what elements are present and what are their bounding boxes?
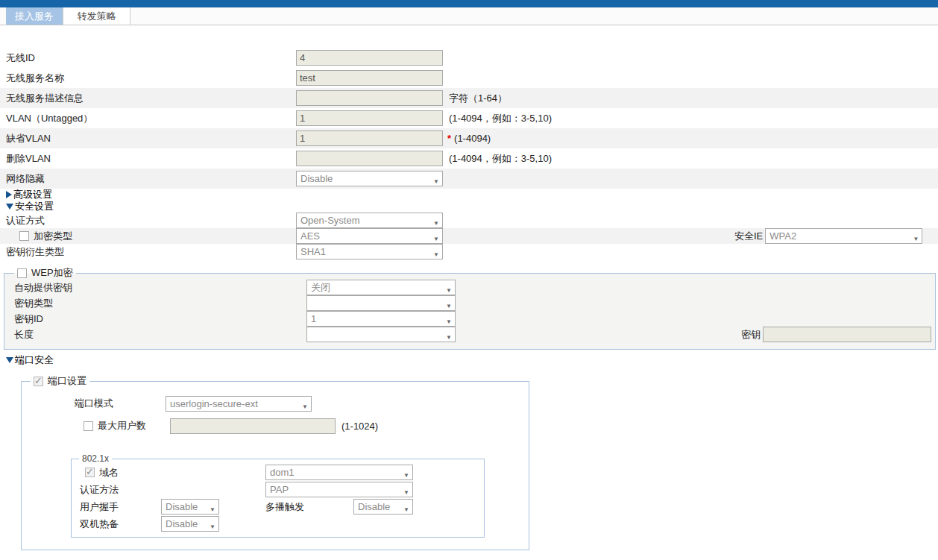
port-settings-fieldset: 端口设置 端口模式 userlogin-secure-ext 最大用户数 (1-… (21, 374, 529, 550)
cipher-type-checkbox[interactable] (19, 231, 29, 241)
default-vlan-input (296, 130, 443, 146)
domain-select[interactable]: dom1 (265, 465, 413, 480)
key-derivation-label: 密钥衍生类型 (6, 245, 296, 259)
row-auth-method: 认证方法 PAP (72, 481, 484, 498)
expanded-triangle-icon (6, 357, 13, 363)
row-key-type: 密钥类型 (4, 295, 935, 311)
service-name-input (296, 70, 443, 86)
tab-access-service[interactable]: 接入服务 (6, 7, 63, 25)
default-vlan-label: 缺省VLAN (6, 132, 296, 145)
row-port-mode: 端口模式 userlogin-secure-ext (22, 395, 529, 412)
section-port-security[interactable]: 端口安全 (0, 354, 938, 366)
auth-mode-label: 认证方式 (6, 214, 296, 227)
tab-label: 接入服务 (15, 10, 54, 22)
max-users-label: 最大用户数 (98, 419, 170, 432)
row-domain: 域名 dom1 (72, 464, 484, 481)
max-users-checkbox[interactable] (84, 421, 93, 431)
row-max-users: 最大用户数 (1-1024) (22, 418, 529, 434)
expanded-triangle-icon (6, 204, 13, 210)
handshake-value: Disable (166, 501, 198, 512)
auto-key-label: 自动提供密钥 (14, 281, 306, 295)
port-security-label: 端口安全 (15, 353, 54, 367)
section-advanced-settings[interactable]: 高级设置 (0, 189, 938, 201)
row-network-hide: 网络隐藏 Disable (0, 169, 938, 189)
wep-encryption-legend: WEP加密 (31, 266, 73, 280)
dual-backup-select[interactable]: Disable (161, 516, 219, 532)
dot1x-legend: 802.1x (82, 453, 109, 464)
row-handshake-multicast: 用户握手 Disable 多播触发 Disable (72, 498, 484, 515)
delete-vlan-label: 删除VLAN (6, 152, 296, 166)
key-length-label: 长度 (14, 328, 306, 342)
handshake-select[interactable]: Disable (161, 499, 219, 515)
key-type-select[interactable] (306, 295, 456, 311)
service-desc-hint: 字符（1-64） (449, 92, 507, 105)
domain-value: dom1 (270, 467, 295, 478)
port-mode-label: 端口模式 (75, 397, 166, 410)
row-auto-key: 自动提供密钥 关闭 (4, 280, 935, 295)
multicast-value: Disable (358, 501, 390, 512)
delete-vlan-hint: (1-4094，例如：3-5,10) (449, 152, 552, 166)
auth-method-value: PAP (270, 484, 289, 495)
top-blue-bar (0, 0, 938, 7)
row-service-desc: 无线服务描述信息 字符（1-64） (0, 88, 938, 108)
row-key-derivation: 密钥衍生类型 SHA1 (0, 244, 938, 259)
port-settings-checkbox (34, 377, 43, 386)
max-users-input (170, 418, 336, 434)
row-auth-mode: 认证方式 Open-System (0, 213, 938, 228)
key-id-value: 1 (311, 313, 316, 324)
section-security-settings[interactable]: 安全设置 (0, 201, 938, 213)
tab-forward-policy[interactable]: 转发策略 (63, 7, 130, 25)
key-id-select[interactable]: 1 (306, 311, 456, 327)
domain-label: 域名 (99, 466, 119, 479)
network-hide-value: Disable (300, 173, 333, 184)
row-key-length: 长度 密钥 (4, 327, 935, 342)
cipher-type-label: 加密类型 (34, 230, 72, 243)
auth-mode-select[interactable]: Open-System (296, 213, 443, 228)
key-derivation-select[interactable]: SHA1 (296, 244, 443, 259)
service-desc-input (296, 90, 443, 106)
max-users-hint: (1-1024) (341, 421, 378, 432)
security-ie-select[interactable]: WPA2 (765, 228, 922, 244)
row-service-name: 无线服务名称 (0, 68, 938, 88)
vlan-untagged-hint: (1-4094，例如：3-5,10) (449, 112, 552, 125)
network-hide-select[interactable]: Disable (296, 171, 443, 186)
form-content: 无线ID 无线服务名称 无线服务描述信息 字符（1-64） VLAN（Untag… (0, 25, 938, 550)
auto-key-select[interactable]: 关闭 (306, 280, 456, 295)
wep-encryption-checkbox[interactable] (17, 268, 27, 278)
tab-bar: 接入服务 转发策略 (0, 7, 938, 25)
default-vlan-hint: (1-4094) (454, 133, 491, 144)
port-mode-select[interactable]: userlogin-secure-ext (166, 396, 312, 412)
dot1x-fieldset: 802.1x 域名 dom1 认证方法 PAP (71, 453, 485, 538)
dual-backup-value: Disable (166, 518, 198, 529)
row-delete-vlan: 删除VLAN (1-4094，例如：3-5,10) (0, 148, 938, 169)
network-hide-label: 网络隐藏 (6, 172, 296, 186)
wep-key-input (763, 327, 931, 342)
row-dual-backup: 双机热备 Disable (72, 515, 484, 532)
cipher-type-select[interactable]: AES (296, 228, 443, 244)
collapsed-triangle-icon (6, 191, 12, 198)
security-ie-label: 安全IE (734, 230, 763, 243)
tab-label: 转发策略 (78, 10, 116, 22)
multicast-select[interactable]: Disable (353, 499, 413, 515)
row-default-vlan: 缺省VLAN * (1-4094) (0, 128, 938, 148)
port-settings-legend: 端口设置 (48, 374, 86, 388)
delete-vlan-input (296, 151, 443, 166)
security-settings-label: 安全设置 (15, 200, 54, 213)
vlan-untagged-label: VLAN（Untagged） (6, 112, 296, 125)
key-id-label: 密钥ID (14, 312, 306, 326)
row-cipher-type: 加密类型 AES 安全IE WPA2 (0, 228, 938, 244)
multicast-label: 多播触发 (265, 500, 353, 514)
vlan-untagged-input (296, 110, 443, 126)
security-ie-value: WPA2 (769, 230, 796, 242)
auth-method-select[interactable]: PAP (265, 482, 413, 497)
row-wireless-id: 无线ID (0, 48, 938, 68)
service-desc-label: 无线服务描述信息 (6, 92, 296, 105)
wireless-id-label: 无线ID (6, 51, 296, 65)
row-vlan-untagged: VLAN（Untagged） (1-4094，例如：3-5,10) (0, 108, 938, 128)
wireless-id-input (296, 50, 443, 66)
auth-method-label: 认证方法 (80, 483, 265, 497)
config-page: 接入服务 转发策略 无线ID 无线服务名称 无线服务描述信息 字符（1-64） … (0, 0, 938, 560)
dual-backup-label: 双机热备 (80, 517, 161, 531)
auth-mode-value: Open-System (300, 215, 359, 226)
key-length-select[interactable] (306, 327, 456, 342)
